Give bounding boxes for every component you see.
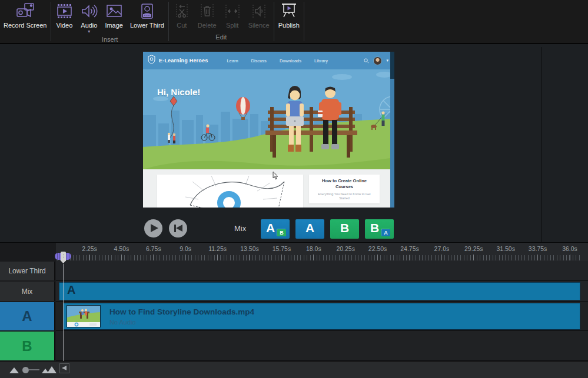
- insert-group: Video Audio ▾: [52, 0, 167, 43]
- insert-image-button[interactable]: Image: [101, 0, 127, 29]
- ruler-tick-label: 33.75s: [522, 245, 554, 260]
- timeline-tracks-area: 2.25s 4.50s 6.75s 9.0s 11.25s 13.50s 15.…: [56, 243, 588, 361]
- mix-b-only-main: B: [330, 221, 359, 235]
- track-lane-b[interactable]: [56, 331, 588, 361]
- banner-ring: [220, 194, 238, 208]
- edit-delete-button[interactable]: Delete: [194, 0, 220, 29]
- track-header-a[interactable]: A: [0, 302, 55, 330]
- audio-icon: [80, 2, 98, 20]
- video-preview-canvas[interactable]: E-Learning Heroes Learn Discuss Download…: [143, 52, 394, 208]
- audio-dropdown-caret-icon[interactable]: ▾: [88, 29, 90, 35]
- promo-course-card: How to Create Online Courses Everything …: [309, 175, 380, 203]
- toolbar-separator: [304, 2, 304, 41]
- site-nav-downloads: Downloads: [280, 58, 301, 63]
- edit-silence-label: Silence: [248, 22, 270, 29]
- play-icon: [151, 224, 158, 232]
- clip-text: How to Find Storyline Downloads.mp4 No A…: [109, 307, 254, 326]
- mix-segment-bar[interactable]: A: [59, 282, 580, 300]
- insert-lower-third-button[interactable]: Lower Third: [127, 0, 168, 29]
- edit-group-label: Edit: [170, 33, 273, 43]
- insert-image-label: Image: [105, 22, 123, 29]
- ruler-tick-label: 2.25s: [74, 245, 105, 260]
- cut-icon: [173, 2, 191, 20]
- trash-icon: [198, 2, 216, 20]
- publish-button[interactable]: Publish: [275, 0, 303, 29]
- track-lane-lower-third[interactable]: [56, 261, 588, 281]
- timeline-zoom-slider[interactable]: [22, 367, 29, 373]
- track-header-column: Lower Third Mix A B: [0, 243, 55, 361]
- clip-title: How to Find Storyline Downloads.mp4: [109, 307, 254, 316]
- preview-promo-strip: How to Create Online Courses Everything …: [143, 169, 394, 208]
- stage-panel-divider: [542, 47, 542, 242]
- mix-a-only-button[interactable]: A: [295, 219, 324, 239]
- site-logo-shield-icon: [148, 55, 155, 66]
- toolbar-separator: [274, 2, 274, 41]
- ruler-tick-label: 22.50s: [362, 245, 394, 260]
- timeline-zoom-out-icon[interactable]: [9, 367, 19, 373]
- timeline-zoom-in-icon-large[interactable]: [47, 366, 57, 373]
- timeline-bottom-bar: [0, 361, 588, 378]
- ruler-tick-label: 31.50s: [490, 245, 521, 260]
- clip-thumbnail: [67, 305, 101, 327]
- ribbon-toolbar: Record Screen Video: [0, 0, 588, 44]
- preview-site-scrollbar: [390, 52, 394, 208]
- play-button[interactable]: [144, 219, 162, 237]
- promo-card-title: How to Create Online Courses: [314, 178, 375, 190]
- edit-cut-button[interactable]: Cut: [170, 0, 194, 29]
- mix-a-over-b-button[interactable]: A B: [261, 219, 290, 239]
- record-screen-icon: [15, 2, 35, 20]
- timeline-ruler[interactable]: 2.25s 4.50s 6.75s 9.0s 11.25s 13.50s 15.…: [56, 243, 588, 261]
- site-header-right: ▾: [364, 55, 388, 66]
- skip-to-start-button[interactable]: [169, 219, 187, 237]
- lower-third-icon: [138, 2, 156, 20]
- edit-group: Cut Delete: [170, 0, 273, 43]
- ruler-tick-label: 4.50s: [105, 245, 137, 260]
- ruler-tick-label: 18.0s: [298, 245, 330, 260]
- timeline-panel: Lower Third Mix A B 2.25s 4.50s 6.75s 9.…: [0, 242, 588, 378]
- track-header-lower-third[interactable]: Lower Third: [0, 262, 55, 280]
- edit-split-button[interactable]: Split: [220, 0, 245, 29]
- mix-a-over-b-badge: B: [277, 229, 286, 236]
- edit-silence-button[interactable]: Silence: [245, 0, 273, 29]
- preview-site-scrollbar-thumb: [390, 52, 394, 79]
- edit-delete-label: Delete: [198, 22, 217, 29]
- timeline-zoom-slider-track: [29, 369, 39, 370]
- publish-icon: [280, 2, 298, 20]
- video-icon: [55, 2, 73, 20]
- insert-video-label: Video: [56, 22, 72, 29]
- mix-b-only-button[interactable]: B: [330, 219, 359, 239]
- preview-stage: E-Learning Heroes Learn Discuss Download…: [0, 45, 588, 242]
- mix-b-over-a-button[interactable]: B A: [365, 219, 394, 239]
- timeline-scroll-left-button[interactable]: [59, 363, 69, 373]
- track-lane-a[interactable]: How to Find Storyline Downloads.mp4 No A…: [56, 302, 588, 331]
- insert-video-button[interactable]: Video: [52, 0, 77, 29]
- insert-group-label: Insert: [52, 35, 167, 44]
- skip-to-start-icon-triangle: [176, 225, 182, 232]
- ruler-tick-label: 6.75s: [138, 245, 170, 260]
- ruler-tick-label: 27.0s: [426, 245, 457, 260]
- record-screen-group: Record Screen: [0, 0, 50, 43]
- insert-lower-third-label: Lower Third: [130, 22, 164, 29]
- clip-audio-status: No Audio: [109, 319, 254, 326]
- toolbar-separator: [168, 2, 169, 41]
- site-nav-learn: Learn: [227, 58, 238, 63]
- track-header-mix[interactable]: Mix: [0, 282, 55, 301]
- site-brand: E-Learning Heroes: [159, 58, 208, 63]
- track-lane-mix[interactable]: A: [56, 281, 588, 302]
- mix-a-only-main: A: [295, 221, 324, 235]
- ruler-tick-label: 9.0s: [170, 245, 201, 260]
- site-nav-discuss: Discuss: [251, 58, 267, 63]
- toolbar-separator: [51, 2, 51, 41]
- site-nav: Learn Discuss Downloads Library: [227, 58, 328, 63]
- edit-cut-label: Cut: [177, 22, 187, 29]
- track-header-b[interactable]: B: [0, 332, 55, 360]
- mix-label: Mix: [234, 224, 246, 233]
- ruler-tick-label: 11.25s: [202, 245, 234, 260]
- site-avatar-caret-icon: ▾: [386, 58, 388, 63]
- publish-group: Publish: [275, 0, 303, 43]
- hero-illustration: [143, 69, 394, 169]
- image-icon: [105, 2, 123, 20]
- record-screen-button[interactable]: Record Screen: [0, 0, 50, 29]
- insert-audio-button[interactable]: Audio ▾: [77, 0, 101, 35]
- video-clip[interactable]: How to Find Storyline Downloads.mp4 No A…: [63, 303, 580, 330]
